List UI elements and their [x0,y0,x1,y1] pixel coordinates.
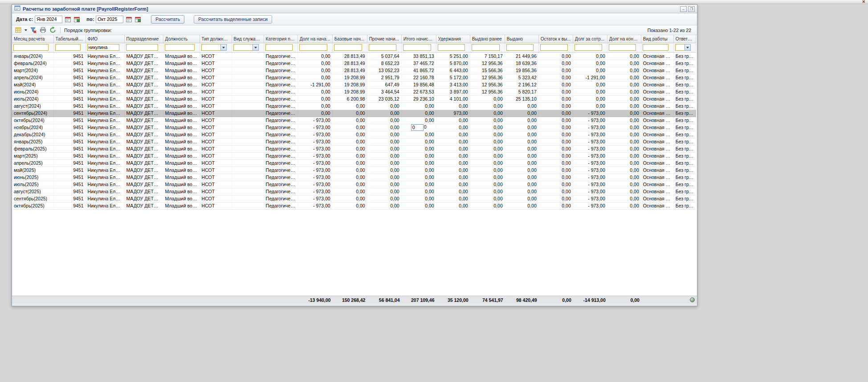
grid-row[interactable]: октябрь(2024)9451Никулина Елен...МАДОУ Д… [12,117,696,124]
grid-cell[interactable]: Педагогические... [264,88,297,95]
grid-cell[interactable]: 0,00 [505,202,538,209]
grid-cell[interactable]: 6 200,98 [332,95,367,102]
grid-cell[interactable]: 9451 [53,60,86,67]
grid-cell[interactable]: Никулина Елен... [86,188,124,195]
grid-cell[interactable]: 0,00 [470,159,505,167]
grid-cell[interactable]: 9451 [53,138,86,145]
grid-cell[interactable] [232,117,264,124]
grid-cell[interactable]: МАДОУ ДЕТСКИ... [124,117,163,124]
grid-cell[interactable]: Педагогические... [264,167,297,174]
grid-cell[interactable]: 0,00 [505,195,538,202]
grid-cell[interactable]: Без группы [673,131,696,138]
grid-cell[interactable]: сентябрь(2024) [12,110,53,117]
grid-cell[interactable]: 2 196,12 [505,81,538,88]
grid-cell[interactable]: Основная работа [641,53,673,60]
grid-cell[interactable]: 0,00 [436,102,470,110]
grid-cell[interactable]: 0,00 [538,102,573,110]
column-header[interactable]: Ответственный ... [673,35,696,43]
filter-input[interactable] [299,44,327,51]
grid-cell[interactable]: 15 566,36 [470,67,505,74]
grid-cell[interactable]: Без группы [673,195,696,202]
grid-cell[interactable]: 0,00 [607,195,641,202]
grid-cell[interactable]: 0,00 [470,131,505,138]
grid-cell[interactable]: Педагогические... [264,159,297,167]
grid-cell[interactable]: НСОТ [200,188,232,195]
grid-row[interactable]: сентябрь(2024)9451Никулина Елен...МАДОУ … [12,110,696,117]
grid-cell[interactable] [232,138,264,145]
column-header[interactable]: Выдано ранее [470,35,505,43]
grid-cell[interactable]: - 973,00 [297,117,332,124]
grid-row[interactable]: июль(2025)9451Никулина Елен...МАДОУ ДЕТС… [12,181,696,188]
grid-cell[interactable]: Педагогические... [264,195,297,202]
grid-cell[interactable]: 0,00 [538,95,573,102]
grid-cell[interactable] [232,188,264,195]
grid-cell[interactable]: Младший воспи... [163,174,200,181]
grid-cell[interactable]: НСОТ [200,167,232,174]
column-header[interactable]: Вид работы [641,35,673,43]
grid-cell[interactable]: 0,00 [607,95,641,102]
grid-cell[interactable]: Основная работа [641,67,673,74]
grid-cell[interactable]: - 973,00 [573,202,607,209]
grid-cell[interactable] [232,167,264,174]
grid-cell[interactable] [232,110,264,117]
grid-cell[interactable]: НСОТ [200,124,232,131]
grid-cell[interactable]: 41 865,72 [401,67,436,74]
grid-cell[interactable]: 0,00 [367,124,401,131]
grid-row[interactable]: август(2025)9451Никулина Елен...МАДОУ ДЕ… [12,188,696,195]
grid-cell[interactable]: апрель(2025) [12,159,53,167]
grid-cell[interactable]: Никулина Елен... [86,74,124,81]
grid-cell[interactable]: Педагогические... [264,188,297,195]
grid-cell[interactable]: 0,00 [505,159,538,167]
grid-cell[interactable]: 5 323,42 [505,74,538,81]
grid-cell[interactable]: МАДОУ ДЕТСКИ... [124,181,163,188]
grid-cell[interactable]: 0,00 [607,110,641,117]
grid-row[interactable]: февраль(2025)9451Никулина Елен...МАДОУ Д… [12,145,696,152]
grid-cell[interactable]: Младший воспи... [163,167,200,174]
grid-cell[interactable]: 0,00 [470,188,505,195]
window-titlebar[interactable]: Расчеты по заработной плате [PayrollRegi… [12,5,697,13]
grid-cell[interactable]: 12 956,36 [470,88,505,95]
grid-cell[interactable]: Без группы [673,53,696,60]
grid-cell[interactable]: Без группы [673,167,696,174]
grid-cell[interactable]: 0,00 [401,167,436,174]
grid-cell[interactable]: 0,00 [538,202,573,209]
grid-cell[interactable]: НСОТ [200,152,232,159]
grid-row[interactable]: январь(2024)9451Никулина Елен...МАДОУ ДЕ… [12,53,696,60]
grid-cell[interactable]: февраль(2024) [12,60,53,67]
grid-cell[interactable]: НСОТ [200,67,232,74]
grid-cell[interactable] [232,181,264,188]
grid-cell[interactable]: Никулина Елен... [86,117,124,124]
grid-cell[interactable]: февраль(2025) [12,145,53,152]
grid-cell[interactable]: НСОТ [200,88,232,95]
grid-row[interactable]: октябрь(2025)9451Никулина Елен...МАДОУ Д… [12,202,696,209]
column-header[interactable]: Долг за сотр... [573,35,607,43]
grid-cell[interactable] [232,60,264,67]
grid-cell[interactable]: 3 464,54 [367,88,401,95]
grid-cell[interactable]: июнь(2025) [12,174,53,181]
grid-cell[interactable]: Младший воспи... [163,159,200,167]
grid-cell[interactable]: Без группы [673,67,696,74]
grid-cell[interactable]: январь(2024) [12,53,53,60]
grid-cell[interactable]: - 973,00 [573,188,607,195]
grid-cell[interactable]: НСОТ [200,53,232,60]
grid-cell[interactable]: 0,00 [607,167,641,174]
grid-cell[interactable]: Без группы [673,110,696,117]
grid-row[interactable]: ноябрь(2024)9451Никулина Елен...МАДОУ ДЕ… [12,124,696,131]
grid-cell[interactable]: 5 172,00 [436,74,470,81]
grid-cell[interactable]: Младший воспи... [163,110,200,117]
grid-cell[interactable] [232,124,264,131]
grid-cell[interactable]: 0,00 [505,174,538,181]
grid-cell[interactable]: Никулина Елен... [86,53,124,60]
grid-cell[interactable]: 9451 [53,95,86,102]
grid-cell[interactable]: Основная работа [641,117,673,124]
grid-cell[interactable] [232,74,264,81]
grid-cell[interactable]: Без группы [673,181,696,188]
column-header[interactable]: Табельный н... [53,35,86,43]
grid-cell[interactable]: 0,00 [538,188,573,195]
print-button[interactable] [39,26,47,34]
grid-cell[interactable]: Младший воспи... [163,81,200,88]
grid-cell[interactable]: 22 160,78 [401,74,436,81]
grid-cell[interactable]: 0,00 [607,60,641,67]
grid-cell[interactable]: 0,00 [538,88,573,95]
grid-cell[interactable]: Основная работа [641,167,673,174]
